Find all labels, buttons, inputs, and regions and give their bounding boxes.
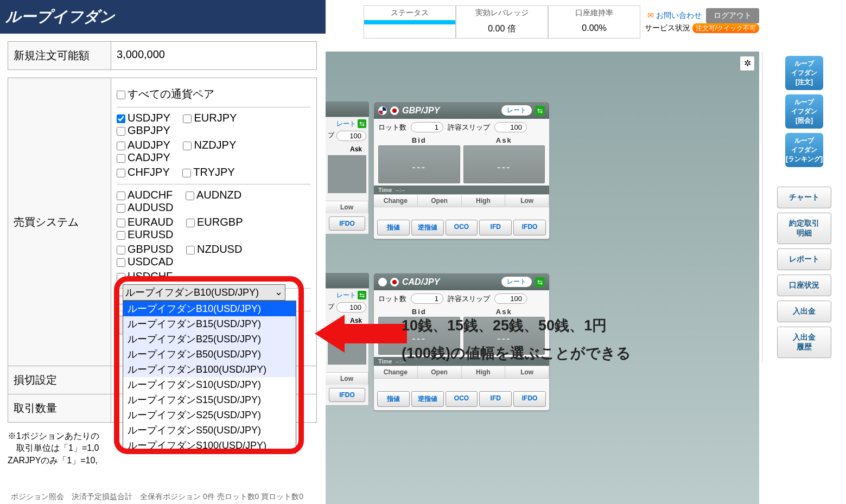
dropdown-option[interactable]: ループイフダンB10(USD/JPY) — [123, 301, 296, 316]
side-deposit-history[interactable]: 入出金履歴 — [777, 327, 831, 358]
flag-gb-icon — [378, 106, 387, 115]
settings-button[interactable]: ✲ — [740, 56, 755, 71]
dropdown-option[interactable]: ループイフダンS100(USD/JPY) — [123, 438, 296, 453]
limit-button[interactable]: 指値 — [377, 220, 410, 235]
dropdown-option[interactable]: ループイフダンS50(USD/JPY) — [123, 423, 296, 438]
slip-input[interactable]: 100 — [336, 131, 366, 141]
system-label: 売買システム — [8, 78, 111, 366]
ifd-button[interactable]: IFD — [479, 391, 512, 407]
gear-icon: ✲ — [744, 59, 751, 68]
pair-label: GBP/JPY — [402, 106, 498, 116]
dropdown-option[interactable]: ループイフダンS25(USD/JPY) — [123, 407, 296, 423]
trading-area: ステータス 実効レバレッジ0.00 倍 口座維持率0.00% ✉ お問い合わせ … — [326, 0, 846, 504]
checkbox-all-pairs[interactable]: すべての通貨ペア — [117, 87, 214, 101]
rate-button[interactable]: レート — [501, 277, 532, 287]
service-status-label: サービス状況 — [645, 23, 690, 32]
side-loop-order[interactable]: ループイフダン[注文] — [785, 56, 823, 90]
rate-button[interactable]: レート — [501, 105, 532, 116]
sync-icon[interactable]: ⇆ — [535, 277, 545, 287]
high-label: High — [462, 366, 506, 378]
dropdown-option[interactable]: ループイフダンB100(USD/JPY) — [123, 362, 296, 377]
inquiry-link[interactable]: お問い合わせ — [656, 11, 702, 20]
checkbox-audchf[interactable]: AUDCHF — [117, 189, 173, 201]
dropdown-option[interactable]: ループイフダンB25(USD/JPY) — [123, 331, 296, 347]
side-loop-ranking[interactable]: ループイフダン[ランキング] — [785, 133, 823, 167]
checkbox-gbpusd[interactable]: GBPUSD — [117, 243, 173, 256]
side-chart[interactable]: チャート — [777, 187, 831, 208]
open-label: Open — [418, 366, 462, 378]
dropdown-option[interactable]: ループイフダンS15(USD/JPY) — [123, 392, 296, 407]
ifdo-button[interactable]: IFDO — [513, 391, 546, 407]
bid-quote[interactable]: Bid--- — [378, 317, 460, 355]
change-label: Change — [374, 366, 418, 378]
high-label: High — [462, 195, 506, 207]
amount-value: 3,000,000 — [111, 42, 317, 70]
checkbox-chfjpy[interactable]: CHFJPY — [117, 166, 170, 178]
oco-button[interactable]: OCO — [446, 220, 478, 235]
slip-label: 許容スリップ — [448, 123, 490, 132]
amount-label: 新規注文可能額 — [8, 42, 111, 70]
ifd-button[interactable]: IFD — [479, 220, 512, 235]
qty-label: 取引数量 — [8, 394, 111, 423]
margin-value: 0.00% — [549, 20, 640, 36]
checkbox-usdchf[interactable]: USDCHF — [117, 270, 173, 283]
rate-panel-cadjpy: CAD/JPY レート ⇆ ロット数 許容スリップ Bid--- Ask--- … — [373, 273, 550, 411]
checkbox-audusd[interactable]: AUDUSD — [117, 201, 173, 214]
dropdown-option[interactable]: ループイフダンS10(USD/JPY) — [123, 377, 296, 392]
dropdown-selected[interactable]: ループイフダンB10(USD/JPY) ⌄ — [123, 284, 285, 301]
ask-quote[interactable]: Ask--- — [463, 145, 545, 183]
open-label: Open — [418, 195, 462, 207]
slip-input[interactable] — [494, 294, 527, 304]
checkbox-gbpjpy[interactable]: GBPJPY — [117, 124, 170, 137]
side-execution[interactable]: 約定取引明細 — [777, 213, 831, 244]
loss-label: 損切設定 — [8, 366, 111, 394]
checkbox-eurgbp[interactable]: EURGBP — [186, 216, 243, 228]
low-label: Low — [505, 195, 549, 207]
form-title: ループイフダン — [0, 0, 326, 34]
ifdo-button[interactable]: IFDO — [513, 220, 546, 235]
side-loop-inquiry[interactable]: ループイフダン[照会] — [785, 94, 823, 129]
bottom-status: ポジション照会 決済予定損益合計 全保有ポジション 0件 売ロット数0 買ロット… — [11, 492, 303, 502]
dropdown-option[interactable]: ループイフダンB15(USD/JPY) — [123, 316, 296, 331]
system-dropdown[interactable]: ループイフダンB10(USD/JPY) ⌄ ループイフダンB10(USD/JPY… — [123, 284, 296, 454]
checkbox-cadjpy[interactable]: CADJPY — [117, 151, 170, 164]
ifdo-button[interactable]: IFDO — [329, 388, 365, 402]
limit-button[interactable]: 指値 — [377, 391, 410, 407]
slip-input[interactable] — [494, 122, 527, 132]
slip-input[interactable]: 100 — [336, 302, 366, 312]
checkbox-euraud[interactable]: EURAUD — [117, 216, 173, 228]
checkbox-usdjpy[interactable]: USDJPY — [117, 112, 170, 124]
pair-label: CAD/JPY — [402, 277, 498, 287]
lot-input[interactable] — [411, 294, 443, 304]
low-label: Low — [505, 366, 549, 378]
dropdown-list: ループイフダンB10(USD/JPY) ループイフダンB15(USD/JPY) … — [123, 301, 296, 454]
checkbox-nzdjpy[interactable]: NZDJPY — [183, 139, 236, 151]
margin-label: 口座維持率 — [549, 6, 640, 20]
checkbox-tryjpy[interactable]: TRYJPY — [182, 166, 234, 178]
logout-button[interactable]: ログアウト — [706, 8, 759, 23]
side-report[interactable]: レポート — [777, 248, 831, 270]
checkbox-nzdusd[interactable]: NZDUSD — [186, 243, 242, 256]
side-deposit[interactable]: 入出金 — [777, 301, 831, 322]
checkbox-eurjpy[interactable]: EURJPY — [183, 112, 237, 124]
stop-button[interactable]: 逆指値 — [411, 220, 444, 235]
stop-button[interactable]: 逆指値 — [411, 391, 444, 407]
ask-label: Ask — [326, 315, 368, 327]
leverage-label: 実効レバレッジ — [456, 6, 548, 20]
ifdo-button[interactable]: IFDO — [329, 216, 365, 231]
bid-quote[interactable]: Bid--- — [378, 145, 460, 183]
checkbox-usdcad[interactable]: USDCAD — [117, 256, 173, 268]
lot-label: ロット数 — [378, 123, 406, 132]
ask-quote[interactable]: Ask--- — [463, 317, 545, 355]
checkbox-audjpy[interactable]: AUDJPY — [117, 139, 170, 151]
sync-icon[interactable]: ⇆ — [535, 106, 545, 116]
side-account[interactable]: 口座状況 — [777, 275, 831, 296]
status-badge: 注文可/クイック不可 — [692, 23, 759, 33]
ask-label: Ask — [326, 143, 368, 155]
checkbox-audnzd[interactable]: AUDNZD — [186, 189, 241, 201]
oco-button[interactable]: OCO — [446, 391, 478, 407]
lot-input[interactable] — [411, 122, 443, 132]
dropdown-option[interactable]: ループイフダンB50(USD/JPY) — [123, 347, 296, 362]
low-label: Low — [326, 201, 368, 213]
checkbox-eurusd[interactable]: EURUSD — [117, 228, 173, 241]
